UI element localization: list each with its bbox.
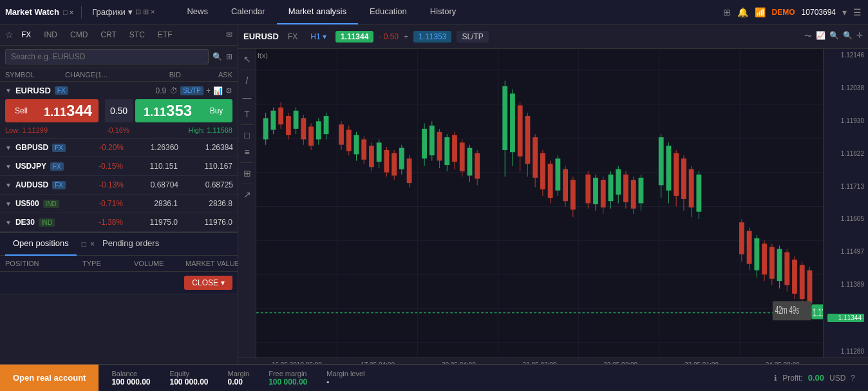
window-controls[interactable]: □ × (63, 8, 73, 16)
filter-etf[interactable]: ETF (153, 28, 178, 41)
svg-rect-111 (674, 153, 679, 196)
chevron-icon: ▼ (5, 219, 12, 226)
nav-tabs: News Calendar Market analysis Education … (175, 0, 722, 24)
price-level: 1.11280 (827, 348, 864, 355)
price-level: 1.12038 (827, 84, 864, 91)
tab-education[interactable]: Education (358, 0, 419, 24)
filter-cmd[interactable]: CMD (65, 28, 93, 41)
margin-value: 0.00 (228, 377, 250, 386)
wave-icon[interactable]: 〜 (804, 31, 812, 42)
symbol-row-usdjpy[interactable]: ▼ USDJPY FX -0.15% 110.151 110.167 (0, 157, 238, 176)
chart-area: EURUSD FX H1 ▾ 1.11344 - 0.50 + 1.11353 … (238, 24, 868, 391)
demo-badge: DEMO (772, 8, 795, 17)
hline-tool[interactable]: — (240, 91, 255, 104)
sltp-button[interactable]: SL/TP (457, 31, 488, 43)
layout-icon[interactable]: ⊞ (723, 7, 731, 17)
svg-rect-79 (533, 137, 538, 178)
svg-rect-51 (399, 148, 404, 169)
grafiki-tab[interactable]: Графики ▾ ⊡ ⊞ × (84, 0, 162, 24)
svg-rect-137 (807, 271, 813, 303)
filter-crt[interactable]: CRT (95, 28, 121, 41)
svg-rect-19 (270, 111, 276, 130)
chevron-down-icon: ▾ (128, 7, 133, 17)
svg-rect-129 (777, 249, 782, 281)
buy-price: 1.11353 (135, 99, 200, 122)
low-high-row: Low: 1.11299 -0.16% High: 1.11568 (0, 126, 238, 138)
chart-icon[interactable]: 📊 (213, 86, 223, 95)
cursor-tool[interactable]: ↖ (240, 53, 255, 66)
fib-tool[interactable]: ≡ (240, 146, 255, 158)
close-button[interactable]: CLOSE ▾ (184, 276, 232, 290)
layers-tool[interactable]: ⊞ (240, 167, 255, 180)
sell-button[interactable]: Sell (5, 99, 37, 122)
chevron-down-icon[interactable]: ▾ (842, 7, 847, 17)
symbol-row-us500[interactable]: ▼ US500 IND -0.71% 2836.1 2836.8 (0, 195, 238, 213)
nav-right: ⊞ 🔔 📶 DEMO 10703694 ▾ ☰ (723, 7, 868, 17)
price-level: 1.11605 (827, 215, 864, 222)
buy-button[interactable]: Buy (200, 99, 232, 122)
svg-rect-45 (377, 142, 382, 162)
chart-container: ↖ / — T □ ≡ ⊞ ↗ f(x) (238, 49, 868, 358)
rectangle-tool[interactable]: □ (240, 129, 255, 142)
tab-open-positions[interactable]: Open positions (5, 233, 77, 256)
zoom-out-icon[interactable]: 🔍 (829, 31, 839, 42)
grid-icon[interactable]: ⊞ (226, 52, 232, 61)
filter-fx[interactable]: FX (16, 28, 36, 41)
plus-icon[interactable]: + (206, 86, 211, 95)
symbol-row-audusd[interactable]: ▼ AUDUSD FX -0.13% 0.68704 0.68725 (0, 176, 238, 195)
line-tool[interactable]: / (240, 74, 255, 87)
tab-market-analysis[interactable]: Market analysis (277, 0, 358, 24)
svg-rect-123 (754, 238, 759, 271)
symbol-row-gbpusd[interactable]: ▼ GBPUSD FX -0.20% 1.26360 1.26384 (0, 138, 238, 157)
open-real-account-button[interactable]: Open real account (0, 365, 99, 392)
market-watch-label: Market Watch (5, 7, 59, 17)
price-level: 1.12146 (827, 52, 864, 59)
eurusd-section: ▼ EURUSD FX 0.9 ⏱ SL/TP + 📊 ⚙ Sell 1.113… (0, 82, 238, 138)
help-icon[interactable]: ? (851, 374, 855, 383)
chevron-icon: ▼ (5, 163, 12, 170)
equity-item: Equity 100 000.00 (169, 370, 208, 386)
tab-history[interactable]: History (419, 0, 467, 24)
sltp-icon[interactable]: SL/TP (180, 86, 203, 95)
chart-timeframe[interactable]: H1 ▾ (307, 31, 330, 43)
svg-rect-103 (631, 180, 636, 209)
tab-pending-orders[interactable]: Pending orders (95, 233, 167, 256)
chart-type-btn[interactable]: FX (284, 31, 301, 43)
settings-icon[interactable]: ⚙ (225, 86, 232, 95)
text-tool[interactable]: T (240, 108, 255, 120)
svg-rect-135 (800, 265, 805, 299)
square-icon[interactable]: □ (82, 240, 86, 249)
candlestick-chart: 42m 49s 1.11344 (256, 49, 823, 358)
svg-rect-105 (639, 178, 644, 204)
filter-ind[interactable]: IND (39, 28, 62, 41)
wifi-icon[interactable]: 📶 (755, 7, 766, 17)
menu-icon[interactable]: ☰ (853, 7, 862, 17)
symbol-row-de30[interactable]: ▼ DE30 IND -1.38% 11975.0 11976.0 (0, 213, 238, 232)
indicator-icon[interactable]: 📈 (816, 31, 826, 42)
chevron-down-icon[interactable]: ▼ (5, 87, 12, 94)
share-tool[interactable]: ↗ (240, 188, 255, 201)
svg-rect-87 (563, 169, 568, 202)
zoom-in-icon[interactable]: 🔍 (843, 31, 853, 42)
eurusd-action-icons: ⏱ SL/TP + 📊 ⚙ (170, 86, 232, 95)
price-level: 1.11930 (827, 117, 864, 124)
filter-stc[interactable]: STC (124, 28, 150, 41)
tab-news[interactable]: News (175, 0, 220, 24)
bell-icon[interactable]: 🔔 (737, 7, 748, 17)
svg-rect-75 (518, 106, 523, 157)
search-input[interactable] (5, 49, 209, 64)
info-icon[interactable]: ℹ (774, 374, 777, 383)
clock-icon[interactable]: ⏱ (170, 86, 178, 95)
svg-rect-35 (339, 124, 344, 144)
left-panel: ☆ FX IND CMD CRT STC ETF ✉ 🔍 ⊞ SYMBOL CH… (0, 24, 238, 391)
price-change: - 0.50 (379, 32, 399, 41)
price-level: 1.11497 (827, 248, 864, 255)
close-icon[interactable]: × (90, 240, 95, 249)
envelope-icon[interactable]: ✉ (226, 30, 232, 39)
positions-table-header: POSITION TYPE VOLUME MARKET VALUE SL TP … (0, 256, 238, 272)
favorites-icon[interactable]: ☆ (5, 30, 14, 40)
crosshair-icon[interactable]: ✛ (856, 31, 863, 42)
svg-rect-43 (369, 146, 374, 167)
tab-calendar[interactable]: Calendar (220, 0, 277, 24)
svg-rect-67 (467, 148, 473, 176)
